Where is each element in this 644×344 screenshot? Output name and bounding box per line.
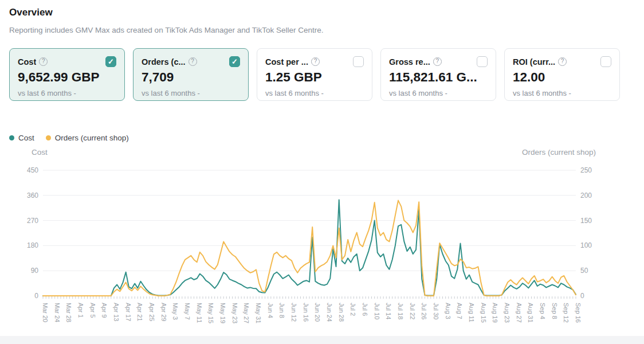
svg-text:180: 180: [27, 241, 38, 249]
svg-text:May 31: May 31: [255, 303, 262, 323]
svg-text:450: 450: [27, 166, 38, 174]
svg-text:200: 200: [580, 191, 592, 200]
svg-text:Jun 8: Jun 8: [278, 303, 285, 318]
svg-text:Jul 22: Jul 22: [409, 303, 416, 319]
svg-text:May 11: May 11: [196, 303, 203, 323]
svg-text:Apr 21: Apr 21: [136, 303, 143, 321]
svg-text:May 19: May 19: [219, 303, 226, 323]
metric-card-gross-revenue[interactable]: Gross re... 115,821.61 G... vs last 6 mo…: [380, 48, 496, 101]
bottom-divider: [0, 336, 644, 344]
overview-page: Overview Reporting includes GMV Max ads …: [0, 0, 644, 344]
svg-text:250: 250: [580, 166, 592, 174]
svg-text:50: 50: [580, 267, 588, 275]
help-icon[interactable]: [189, 57, 197, 66]
svg-text:Jul 30: Jul 30: [433, 303, 439, 319]
metric-value: 1.25 GBP: [265, 70, 364, 85]
metric-compare: vs last 6 months -: [18, 89, 116, 97]
svg-text:Apr 17: Apr 17: [125, 303, 132, 321]
metric-value: 7,709: [142, 70, 240, 85]
svg-text:May 15: May 15: [207, 303, 214, 323]
metric-compare: vs last 6 months -: [513, 89, 611, 97]
metric-card-roi[interactable]: ROI (curr... 12.00 vs last 6 months -: [504, 48, 620, 101]
line-chart[interactable]: 090180270360450050100150200250Mar 20Mar …: [0, 146, 644, 337]
svg-text:Jun 28: Jun 28: [338, 303, 345, 322]
legend-item-cost[interactable]: Cost: [9, 134, 34, 142]
svg-text:Aug 19: Aug 19: [492, 303, 498, 323]
svg-text:Sep 16: Sep 16: [575, 303, 582, 323]
metric-value: 9,652.99 GBP: [18, 70, 116, 85]
metric-label: Cost: [18, 57, 36, 67]
legend-label: Orders (current shop): [55, 134, 129, 142]
svg-text:Jun 20: Jun 20: [314, 303, 321, 322]
svg-text:Jul 10: Jul 10: [374, 303, 380, 319]
svg-text:Apr 5: Apr 5: [89, 303, 96, 318]
metric-card-cost[interactable]: Cost 9,652.99 GBP vs last 6 months -: [9, 48, 125, 101]
svg-text:Jun 16: Jun 16: [303, 303, 309, 322]
svg-text:270: 270: [27, 217, 38, 225]
help-icon[interactable]: [39, 57, 48, 66]
svg-text:Aug 27: Aug 27: [516, 303, 523, 323]
svg-text:Apr 1: Apr 1: [77, 303, 84, 318]
help-icon[interactable]: [433, 57, 442, 66]
legend-label: Cost: [18, 134, 34, 142]
svg-text:0: 0: [34, 292, 38, 300]
metric-checkbox[interactable]: [229, 56, 240, 67]
metric-cards: Cost 9,652.99 GBP vs last 6 months - Ord…: [9, 48, 620, 101]
help-icon[interactable]: [558, 57, 567, 66]
svg-text:Aug 31: Aug 31: [527, 303, 534, 323]
svg-text:Apr 9: Apr 9: [101, 303, 108, 318]
metric-checkbox[interactable]: [105, 56, 116, 67]
svg-text:Jul 14: Jul 14: [385, 303, 392, 319]
page-title: Overview: [9, 7, 53, 18]
svg-text:Aug 15: Aug 15: [480, 303, 487, 323]
metric-compare: vs last 6 months -: [389, 89, 488, 97]
svg-text:Jun 4: Jun 4: [267, 303, 274, 318]
metric-compare: vs last 6 months -: [265, 89, 364, 97]
svg-text:May 3: May 3: [172, 303, 179, 320]
svg-text:Apr 13: Apr 13: [113, 303, 120, 321]
metric-card-orders[interactable]: Orders (c... 7,709 vs last 6 months -: [133, 48, 249, 101]
metric-label: Gross re...: [389, 57, 430, 67]
svg-text:Sep 8: Sep 8: [551, 303, 558, 319]
metric-label: Orders (c...: [142, 57, 186, 67]
svg-text:May 7: May 7: [184, 303, 191, 320]
metric-checkbox[interactable]: [600, 56, 611, 67]
orders-series-dot-icon: [46, 135, 51, 140]
svg-text:Jul 2: Jul 2: [350, 303, 356, 316]
svg-text:Jul 6: Jul 6: [362, 303, 368, 316]
metric-value: 115,821.61 G...: [389, 70, 488, 85]
metric-compare: vs last 6 months -: [142, 89, 240, 97]
svg-text:360: 360: [27, 191, 38, 200]
svg-text:Jul 26: Jul 26: [421, 303, 427, 319]
svg-text:Aug 3: Aug 3: [445, 303, 451, 319]
svg-text:May 23: May 23: [231, 303, 238, 323]
svg-text:Apr 25: Apr 25: [148, 303, 155, 321]
svg-text:May 27: May 27: [243, 303, 250, 323]
svg-text:90: 90: [31, 267, 39, 275]
help-icon[interactable]: [311, 57, 320, 66]
legend-item-orders[interactable]: Orders (current shop): [46, 134, 129, 142]
metric-checkbox[interactable]: [477, 56, 488, 67]
chart-legend: Cost Orders (current shop): [9, 134, 129, 142]
svg-text:Apr 29: Apr 29: [160, 303, 167, 321]
svg-text:Jun 12: Jun 12: [290, 303, 297, 322]
metric-label: ROI (curr...: [513, 57, 555, 67]
svg-text:0: 0: [580, 292, 584, 300]
svg-text:Jul 18: Jul 18: [397, 303, 404, 319]
svg-text:Aug 7: Aug 7: [456, 303, 463, 319]
svg-text:Jun 24: Jun 24: [326, 303, 333, 322]
metric-label: Cost per ...: [265, 57, 308, 67]
page-subtitle: Reporting includes GMV Max ads created o…: [9, 26, 324, 34]
svg-text:Mar 20: Mar 20: [42, 303, 49, 322]
metric-checkbox[interactable]: [353, 56, 364, 67]
cost-series-dot-icon: [9, 135, 14, 140]
svg-text:150: 150: [580, 217, 592, 225]
svg-text:Sep 4: Sep 4: [539, 303, 546, 319]
metric-value: 12.00: [513, 70, 611, 85]
svg-text:Aug 23: Aug 23: [504, 303, 511, 323]
svg-text:Aug 11: Aug 11: [468, 303, 475, 322]
svg-text:Mar 24: Mar 24: [54, 303, 61, 322]
metric-card-cost-per-order[interactable]: Cost per ... 1.25 GBP vs last 6 months -: [257, 48, 372, 101]
svg-text:Sep 12: Sep 12: [563, 303, 570, 323]
svg-text:Mar 28: Mar 28: [65, 303, 72, 322]
